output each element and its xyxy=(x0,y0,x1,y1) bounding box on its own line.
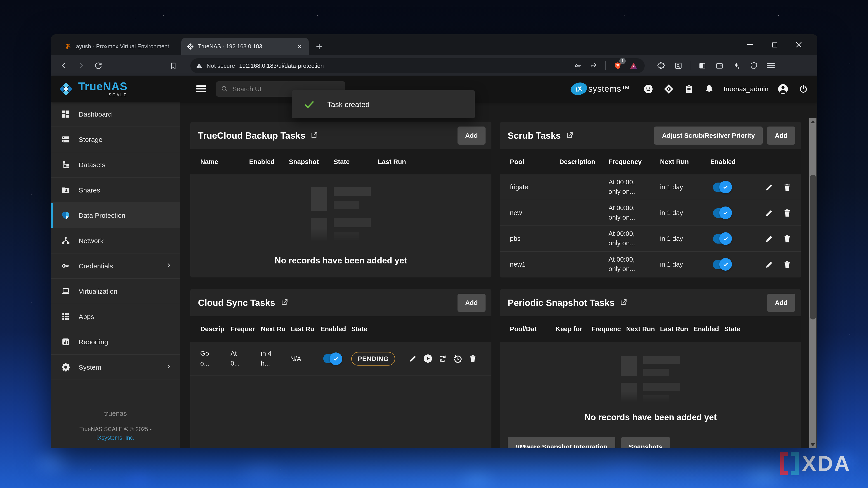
wallet-icon[interactable] xyxy=(712,58,726,73)
sidebar-panel-icon[interactable] xyxy=(695,58,709,73)
vmware-snapshot-integration-button[interactable]: VMware Snapshot Integration xyxy=(508,437,615,448)
cloud-sync-row[interactable]: Goo... At0... in 4h... N/A PENDING xyxy=(190,341,491,376)
scrollbar-up-icon[interactable] xyxy=(809,118,816,125)
adjust-scrub-priority-button[interactable]: Adjust Scrub/Resilver Priority xyxy=(654,127,763,144)
power-icon[interactable] xyxy=(798,83,809,95)
proxmox-icon xyxy=(65,43,72,50)
add-scrub-task-button[interactable]: Add xyxy=(767,127,795,144)
scrub-row[interactable]: frigate At 00:00,only on... in 1 day xyxy=(500,174,801,200)
sidebar-item-shares[interactable]: Shares xyxy=(51,177,180,203)
open-in-new-icon[interactable] xyxy=(310,130,319,141)
forward-icon[interactable] xyxy=(74,58,88,73)
sidebar-item-network[interactable]: Network xyxy=(51,228,180,254)
empty-skeleton xyxy=(311,186,371,242)
sidebar-item-credentials[interactable]: Credentials xyxy=(51,254,180,279)
scrollbar-down-icon[interactable] xyxy=(809,441,816,448)
desktop: XDA ayush - Proxmox Virtual Environment … xyxy=(0,0,868,488)
scrub-row[interactable]: new1 At 00:00,only on... in 1 day xyxy=(500,252,801,278)
edit-icon[interactable] xyxy=(764,259,774,270)
extensions-icon[interactable] xyxy=(654,58,668,73)
sidebar-item-reporting[interactable]: Reporting xyxy=(51,329,180,355)
xda-text: XDA xyxy=(802,451,851,476)
empty-message: No records have been added yet xyxy=(585,413,717,422)
sidenav-toggle-icon[interactable] xyxy=(196,86,206,92)
delete-icon[interactable] xyxy=(782,259,793,270)
edit-icon[interactable] xyxy=(764,182,774,193)
sync-icon[interactable] xyxy=(437,353,448,364)
new-tab-button[interactable] xyxy=(312,40,326,53)
url-text[interactable]: 192.168.0.183/ui/data-protection xyxy=(239,62,568,69)
data-protection-shield-icon xyxy=(61,210,70,220)
enabled-toggle[interactable] xyxy=(713,208,729,218)
edit-icon[interactable] xyxy=(764,233,774,244)
enabled-toggle[interactable] xyxy=(323,354,340,363)
account-avatar-icon[interactable] xyxy=(777,83,789,95)
xda-watermark: XDA xyxy=(780,451,851,476)
password-key-icon[interactable] xyxy=(572,60,584,71)
toast-notification[interactable]: Task created xyxy=(292,90,475,119)
restore-history-icon[interactable] xyxy=(452,353,463,364)
truecommand-icon[interactable] xyxy=(663,83,675,95)
add-snapshot-task-button[interactable]: Add xyxy=(767,294,795,312)
delete-icon[interactable] xyxy=(782,233,793,244)
vpn-shield-icon[interactable] xyxy=(746,58,761,73)
sidebar-item-virtualization[interactable]: Virtualization xyxy=(51,279,180,304)
enabled-toggle[interactable] xyxy=(713,260,729,269)
address-bar[interactable]: Not secure 192.168.0.183/ui/data-protect… xyxy=(190,58,645,73)
enabled-toggle[interactable] xyxy=(713,234,729,243)
notifications-bell-icon[interactable] xyxy=(704,83,715,95)
toast-message: Task created xyxy=(327,100,370,109)
back-icon[interactable] xyxy=(57,58,71,73)
ixsystems-logo[interactable]: iX systems™ xyxy=(570,83,630,95)
username-label: truenas_admin xyxy=(724,85,769,93)
share-icon[interactable] xyxy=(588,60,599,71)
security-label[interactable]: Not secure xyxy=(207,62,235,69)
empty-message: No records have been added yet xyxy=(275,256,407,265)
state-badge[interactable]: PENDING xyxy=(351,352,395,365)
add-truecloud-task-button[interactable]: Add xyxy=(458,127,486,144)
delete-icon[interactable] xyxy=(782,207,793,218)
scrub-row[interactable]: pbs At 00:00,only on... in 1 day xyxy=(500,226,801,252)
edit-icon[interactable] xyxy=(407,353,418,364)
delete-icon[interactable] xyxy=(467,353,478,364)
ixsystems-link[interactable]: iXsystems, Inc. xyxy=(51,435,180,441)
open-in-new-icon[interactable] xyxy=(280,297,289,308)
run-now-icon[interactable] xyxy=(422,353,433,364)
sidebar-item-system[interactable]: System xyxy=(51,355,180,380)
bookmark-icon[interactable] xyxy=(166,58,180,73)
sidebar-item-storage[interactable]: Storage xyxy=(51,127,180,152)
snapshots-button[interactable]: Snapshots xyxy=(621,437,670,448)
truecloud-backup-card: TrueCloud Backup Tasks Add Name Enabled … xyxy=(190,122,491,278)
feedback-smiley-icon[interactable] xyxy=(643,83,654,95)
jobs-clipboard-icon[interactable] xyxy=(683,83,695,95)
browser-toolbar: Not secure 192.168.0.183/ui/data-protect… xyxy=(51,55,817,76)
add-cloud-sync-button[interactable]: Add xyxy=(458,294,486,312)
sidebar-item-apps[interactable]: Apps xyxy=(51,304,180,329)
maximize-button[interactable] xyxy=(762,34,786,55)
tab-title: ayush - Proxmox Virtual Environment xyxy=(76,43,172,50)
tab-truenas[interactable]: TrueNAS - 192.168.0.183 xyxy=(181,38,309,55)
tab-proxmox[interactable]: ayush - Proxmox Virtual Environment xyxy=(59,38,178,55)
scrollbar-thumb[interactable] xyxy=(810,175,816,320)
sidebar-item-dashboard[interactable]: Dashboard xyxy=(51,102,180,127)
edit-icon[interactable] xyxy=(764,207,774,218)
search-tabs-icon[interactable] xyxy=(671,58,685,73)
leo-ai-icon[interactable] xyxy=(729,58,744,73)
truenas-logo[interactable]: TrueNAS SCALE xyxy=(51,80,180,97)
close-button[interactable] xyxy=(786,34,811,55)
reporting-chart-icon xyxy=(61,337,70,347)
enabled-toggle[interactable] xyxy=(713,182,729,192)
menu-icon[interactable] xyxy=(764,58,778,73)
reload-icon[interactable] xyxy=(91,58,105,73)
open-in-new-icon[interactable] xyxy=(620,297,628,308)
delete-icon[interactable] xyxy=(782,182,793,193)
tab-close-icon[interactable] xyxy=(295,42,303,51)
sidebar-item-datasets[interactable]: Datasets xyxy=(51,152,180,177)
brave-shield-icon[interactable]: 1 xyxy=(612,60,623,71)
open-in-new-icon[interactable] xyxy=(566,130,575,141)
bat-rewards-icon[interactable] xyxy=(627,60,639,71)
sidebar-item-data-protection[interactable]: Data Protection xyxy=(51,203,180,228)
scrub-row[interactable]: new At 00:00,only on... in 1 day xyxy=(500,200,801,226)
page-scrollbar[interactable] xyxy=(809,118,816,448)
minimize-button[interactable] xyxy=(738,34,762,55)
